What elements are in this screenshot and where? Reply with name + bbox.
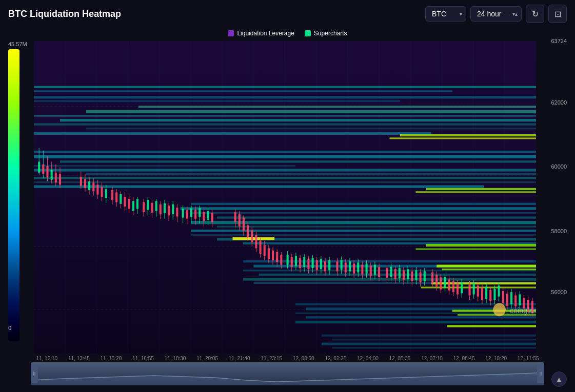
svg-rect-168 [272, 251, 274, 260]
svg-rect-50 [233, 237, 275, 240]
svg-rect-274 [510, 292, 512, 304]
time-label-7: 11, 23:15 [255, 356, 288, 361]
time-label-15: 12, 11:55 [512, 356, 544, 361]
price-label-62000: 62000 [551, 99, 567, 106]
svg-rect-94 [92, 182, 94, 191]
svg-rect-31 [60, 160, 536, 162]
svg-rect-45 [217, 226, 536, 228]
svg-rect-162 [260, 241, 262, 254]
svg-rect-140 [194, 210, 196, 219]
svg-rect-218 [386, 268, 388, 278]
svg-rect-170 [276, 252, 278, 262]
mini-chart[interactable] [31, 362, 544, 385]
svg-rect-228 [407, 269, 409, 279]
svg-rect-160 [255, 235, 257, 249]
svg-rect-32 [34, 165, 295, 167]
svg-rect-182 [303, 257, 305, 267]
svg-rect-270 [502, 291, 504, 303]
screenshot-button[interactable]: ⊡ [548, 5, 567, 23]
svg-rect-114 [136, 199, 138, 209]
svg-rect-72 [332, 339, 536, 340]
svg-rect-67 [295, 321, 536, 323]
heatmap-canvas: coinglass [34, 41, 536, 354]
svg-rect-200 [345, 262, 347, 272]
svg-rect-102 [111, 190, 113, 200]
scroll-handle-right[interactable]: ⣿ [537, 364, 544, 383]
svg-rect-66 [306, 316, 536, 318]
svg-rect-38 [426, 188, 536, 190]
time-label-13: 12, 08:45 [448, 356, 480, 361]
time-label-4: 11, 18:30 [159, 356, 191, 361]
svg-rect-234 [420, 273, 422, 282]
hour-select[interactable]: 1 hour 4 hour 12 hour 24 hour 3 day 7 da… [470, 6, 522, 22]
svg-rect-35 [34, 177, 536, 179]
svg-rect-240 [435, 275, 438, 287]
svg-rect-71 [322, 335, 536, 337]
svg-rect-172 [280, 255, 282, 264]
svg-rect-250 [457, 283, 459, 294]
svg-rect-24 [34, 123, 536, 126]
svg-rect-180 [299, 258, 301, 268]
time-axis: 11, 12:10 11, 13:45 11, 15:20 11, 16:55 … [0, 354, 575, 361]
legend-label-supercharts: Supercharts [314, 30, 347, 37]
refresh-icon: ↻ [532, 9, 539, 19]
scroll-up-button[interactable]: ▲ [551, 372, 567, 387]
svg-rect-22 [34, 115, 536, 116]
svg-rect-212 [370, 266, 372, 276]
hour-selector[interactable]: 1 hour 4 hour 12 hour 24 hour 3 day 7 da… [470, 6, 522, 22]
svg-rect-33 [34, 169, 536, 171]
svg-rect-154 [243, 218, 245, 231]
svg-rect-88 [80, 177, 82, 185]
btc-selector[interactable]: BTC ETH SOL BNB ▾ [425, 6, 466, 22]
svg-rect-70 [447, 325, 536, 327]
svg-rect-184 [307, 259, 309, 269]
svg-rect-128 [168, 205, 170, 215]
svg-rect-136 [186, 210, 188, 219]
svg-rect-256 [473, 283, 475, 294]
svg-rect-264 [489, 290, 491, 301]
time-label-9: 12, 02:25 [320, 356, 352, 361]
svg-rect-104 [115, 192, 117, 202]
svg-rect-132 [176, 208, 178, 216]
svg-rect-178 [295, 256, 297, 266]
legend-liquidation: Liquidation Leverage [228, 30, 294, 37]
svg-rect-166 [268, 249, 270, 259]
heatmap-svg: coinglass [34, 41, 536, 354]
svg-rect-27 [400, 134, 536, 136]
scroll-handle-left[interactable]: ⣿ [31, 364, 38, 383]
price-label-58000: 58000 [551, 228, 567, 234]
svg-rect-120 [151, 203, 153, 213]
svg-rect-26 [34, 132, 431, 135]
svg-rect-194 [328, 260, 330, 270]
legend-label-liquidation: Liquidation Leverage [237, 30, 294, 37]
svg-rect-272 [506, 294, 508, 306]
legend-supercharts: Supercharts [305, 30, 347, 37]
svg-rect-186 [312, 258, 314, 268]
svg-rect-232 [415, 270, 417, 280]
refresh-button[interactable]: ↻ [526, 5, 544, 23]
svg-rect-142 [199, 208, 201, 217]
btc-select[interactable]: BTC ETH SOL BNB [425, 6, 466, 22]
svg-text:coinglass: coinglass [510, 306, 536, 314]
svg-rect-19 [34, 100, 400, 102]
time-label-0: 11, 12:10 [31, 356, 63, 361]
svg-rect-190 [320, 259, 322, 269]
svg-rect-20 [138, 106, 536, 108]
svg-rect-258 [477, 285, 479, 296]
svg-rect-16 [34, 86, 536, 88]
svg-rect-60 [442, 269, 536, 270]
svg-rect-30 [34, 155, 536, 158]
svg-rect-138 [190, 208, 192, 217]
price-label-63724: 63724 [551, 38, 567, 44]
svg-rect-96 [96, 184, 98, 194]
svg-rect-17 [34, 90, 452, 92]
price-label-56000: 56000 [551, 289, 567, 295]
svg-rect-74 [332, 347, 536, 348]
svg-rect-41 [181, 207, 536, 210]
svg-rect-266 [493, 289, 495, 300]
time-label-14: 12, 10:20 [480, 356, 512, 361]
svg-rect-206 [357, 262, 359, 272]
controls: BTC ETH SOL BNB ▾ 1 hour 4 hour 12 hour … [425, 5, 567, 23]
svg-rect-47 [191, 234, 536, 236]
camera-icon: ⊡ [554, 9, 561, 19]
